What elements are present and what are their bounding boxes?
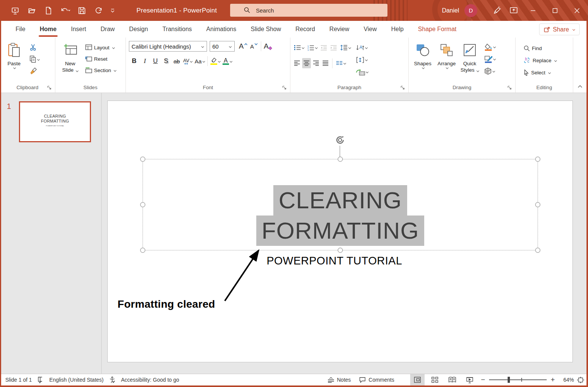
accessibility-checker-button[interactable] xyxy=(109,376,116,383)
open-file-button[interactable] xyxy=(25,4,39,17)
resize-handle-s[interactable] xyxy=(338,248,343,253)
convert-to-smartart-button[interactable] xyxy=(355,67,369,77)
accessibility-status[interactable]: Accessibility: Good to go xyxy=(121,377,179,383)
resize-handle-sw[interactable] xyxy=(140,248,145,253)
drawing-dialog-launcher[interactable] xyxy=(507,85,513,90)
text-direction-button[interactable]: A xyxy=(355,42,369,53)
resize-handle-n[interactable] xyxy=(338,157,343,162)
copy-button[interactable] xyxy=(30,54,46,64)
comments-button[interactable]: Comments xyxy=(359,377,394,383)
reading-view-button[interactable] xyxy=(445,374,459,385)
tab-slide-show[interactable]: Slide Show xyxy=(243,22,288,36)
tab-record[interactable]: Record xyxy=(288,22,322,36)
bullets-button[interactable] xyxy=(293,42,305,53)
notes-button[interactable]: Notes xyxy=(328,377,351,383)
text-shadow-button[interactable]: S xyxy=(161,56,171,67)
italic-button[interactable]: I xyxy=(140,56,150,67)
paste-button[interactable]: Paste xyxy=(2,39,26,81)
clipboard-dialog-launcher[interactable] xyxy=(47,85,52,90)
tab-view[interactable]: View xyxy=(356,22,384,36)
font-name-combobox[interactable]: Calibri Light (Headings) xyxy=(129,41,207,52)
shape-outline-button[interactable] xyxy=(483,54,497,64)
align-center-button[interactable] xyxy=(302,58,311,68)
ribbon-display-options-button[interactable] xyxy=(505,0,522,21)
align-left-button[interactable] xyxy=(293,58,301,68)
slide-show-view-button[interactable] xyxy=(463,374,477,385)
tab-design[interactable]: Design xyxy=(122,22,155,36)
underline-button[interactable]: U xyxy=(150,56,161,67)
search-box[interactable] xyxy=(230,4,387,17)
resize-handle-nw[interactable] xyxy=(140,157,145,162)
tab-insert[interactable]: Insert xyxy=(64,22,93,36)
spell-check-button[interactable] xyxy=(37,376,44,383)
paragraph-dialog-launcher[interactable] xyxy=(400,85,406,90)
section-button[interactable]: Section xyxy=(84,65,117,75)
new-slide-button[interactable]: New Slide xyxy=(58,39,83,81)
slide-thumbnail[interactable]: CLEARING FORMATTING POWERPOINT TUTORIAL xyxy=(19,101,91,142)
decrease-font-size-button[interactable]: A xyxy=(249,41,259,52)
customize-quick-access-button[interactable] xyxy=(108,4,117,17)
maximize-button[interactable] xyxy=(544,0,566,21)
fit-slide-to-window-button[interactable] xyxy=(577,377,584,383)
zoom-level[interactable]: 64% xyxy=(559,377,574,383)
replace-button[interactable]: b c Replace xyxy=(522,55,571,65)
undo-button[interactable] xyxy=(58,4,72,17)
resize-handle-se[interactable] xyxy=(535,248,540,253)
save-button[interactable] xyxy=(75,4,89,17)
columns-button[interactable] xyxy=(335,58,347,68)
feedback-button[interactable] xyxy=(489,0,505,21)
slide[interactable]: CLEARING FORMATTING POWERPOINT TUTORIAL … xyxy=(107,101,573,362)
increase-indent-button[interactable] xyxy=(329,42,338,53)
arrange-button[interactable]: Arrange xyxy=(434,39,459,81)
decrease-indent-button[interactable] xyxy=(319,42,328,53)
search-input[interactable] xyxy=(256,7,370,14)
start-slideshow-button[interactable] xyxy=(8,4,22,17)
zoom-slider[interactable] xyxy=(489,374,547,385)
tab-animations[interactable]: Animations xyxy=(199,22,243,36)
shape-effects-button[interactable] xyxy=(483,66,497,76)
align-right-button[interactable] xyxy=(312,58,320,68)
select-button[interactable]: Select xyxy=(522,68,571,77)
tab-draw[interactable]: Draw xyxy=(93,22,122,36)
change-case-button[interactable]: Aa xyxy=(193,56,205,67)
shape-fill-button[interactable] xyxy=(483,42,497,52)
resize-handle-ne[interactable] xyxy=(535,157,540,162)
reset-button[interactable]: Reset xyxy=(84,54,117,64)
bold-button[interactable]: B xyxy=(129,56,140,67)
numbering-button[interactable]: 1 2 3 xyxy=(306,42,318,53)
rotate-handle[interactable] xyxy=(334,134,346,147)
zoom-in-button[interactable]: + xyxy=(550,376,556,384)
layout-button[interactable]: Layout xyxy=(84,42,117,52)
cut-button[interactable] xyxy=(30,42,41,52)
increase-font-size-button[interactable]: A xyxy=(238,41,249,52)
share-button[interactable]: Share xyxy=(539,24,580,35)
avatar[interactable]: D xyxy=(464,4,477,17)
font-color-button[interactable]: A xyxy=(221,56,233,67)
quick-styles-button[interactable]: Quick Styles xyxy=(459,39,481,81)
normal-view-button[interactable] xyxy=(410,374,425,385)
tab-home[interactable]: Home xyxy=(33,22,64,36)
tab-review[interactable]: Review xyxy=(322,22,356,36)
character-spacing-button[interactable]: AV xyxy=(182,56,193,67)
format-painter-button[interactable] xyxy=(30,66,41,76)
tab-transitions[interactable]: Transitions xyxy=(155,22,199,36)
slide-subtitle-text[interactable]: POWERPOINT TUTORIAL xyxy=(108,255,561,267)
new-file-button[interactable] xyxy=(42,4,55,17)
strikethrough-button[interactable]: ab xyxy=(171,56,182,67)
text-highlight-color-button[interactable] xyxy=(209,56,221,67)
slide-sorter-view-button[interactable] xyxy=(428,374,442,385)
font-dialog-launcher[interactable] xyxy=(282,85,287,90)
clear-formatting-button[interactable]: A xyxy=(263,41,274,52)
tab-file[interactable]: File xyxy=(8,22,33,36)
align-text-button[interactable] xyxy=(355,55,369,65)
justify-button[interactable] xyxy=(321,58,330,68)
zoom-out-button[interactable]: − xyxy=(480,376,486,384)
minimize-button[interactable] xyxy=(522,0,544,21)
line-spacing-button[interactable] xyxy=(339,42,352,53)
collapse-ribbon-button[interactable] xyxy=(577,83,583,90)
tab-help[interactable]: Help xyxy=(384,22,411,36)
font-size-combobox[interactable]: 60 xyxy=(210,41,235,52)
shapes-button[interactable]: Shapes xyxy=(411,39,434,81)
slide-title-text[interactable]: CLEARING FORMATTING xyxy=(143,185,538,246)
zoom-slider-handle[interactable] xyxy=(508,377,510,383)
